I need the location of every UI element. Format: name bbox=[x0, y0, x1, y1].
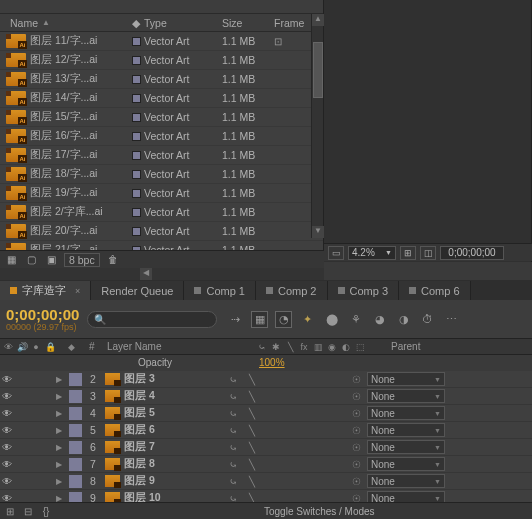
item-tag[interactable] bbox=[128, 132, 144, 141]
item-tag[interactable] bbox=[128, 75, 144, 84]
tab-comp-2[interactable]: Comp 2 bbox=[256, 281, 328, 300]
quality-switch[interactable]: ╲ bbox=[245, 424, 258, 436]
close-tab-icon[interactable]: × bbox=[75, 286, 80, 296]
tab-render-queue[interactable]: Render Queue bbox=[91, 281, 184, 300]
project-item-row[interactable]: Ai图层 17/字...aiVector Art1.1 MB bbox=[0, 146, 323, 165]
item-tag[interactable] bbox=[128, 208, 144, 217]
parent-dropdown[interactable]: None▼ bbox=[367, 474, 445, 488]
item-tag[interactable] bbox=[128, 113, 144, 122]
project-item-row[interactable]: Ai图层 2/字库...aiVector Art1.1 MB bbox=[0, 203, 323, 222]
layer-name[interactable]: 图层 5 bbox=[124, 406, 220, 420]
3d-sw-icon[interactable]: ⬚ bbox=[354, 341, 366, 353]
project-item-row[interactable]: Ai图层 11/字...aiVector Art1.1 MB⊡ bbox=[0, 32, 323, 51]
brackets-icon[interactable]: {} bbox=[38, 504, 54, 518]
layer-name[interactable]: 图层 9 bbox=[124, 474, 220, 488]
label-swatch[interactable] bbox=[69, 441, 82, 454]
pickwhip-icon[interactable]: ☉ bbox=[350, 390, 363, 403]
twirl-icon[interactable]: ▶ bbox=[56, 460, 66, 469]
item-tag[interactable] bbox=[128, 170, 144, 179]
quality-switch[interactable]: ╲ bbox=[245, 373, 258, 385]
new-folder-icon[interactable]: ▢ bbox=[24, 253, 38, 267]
scroll-left-arrow-icon[interactable]: ◀ bbox=[140, 268, 152, 280]
item-tag[interactable] bbox=[128, 189, 144, 198]
comp-mini-flowchart-icon[interactable]: ⇢ bbox=[227, 311, 244, 328]
video-col-icon[interactable]: 👁 bbox=[2, 341, 14, 353]
collapse-sw-icon[interactable]: ✱ bbox=[270, 341, 282, 353]
parent-dropdown[interactable]: None▼ bbox=[367, 457, 445, 471]
trash-icon[interactable]: 🗑 bbox=[106, 253, 120, 267]
visibility-toggle[interactable]: 👁 bbox=[0, 459, 14, 470]
pickwhip-icon[interactable]: ☉ bbox=[350, 407, 363, 420]
new-comp-icon[interactable]: ▣ bbox=[44, 253, 58, 267]
tab-comp-1[interactable]: Comp 1 bbox=[184, 281, 256, 300]
label-swatch[interactable] bbox=[69, 458, 82, 471]
visibility-toggle[interactable]: 👁 bbox=[0, 442, 14, 453]
project-item-row[interactable]: Ai图层 20/字...aiVector Art1.1 MB bbox=[0, 222, 323, 241]
layer-name[interactable]: 图层 7 bbox=[124, 440, 220, 454]
quality-switch[interactable]: ╲ bbox=[245, 407, 258, 419]
twirl-icon[interactable]: ▶ bbox=[56, 392, 66, 401]
mask-icon[interactable]: ◫ bbox=[420, 246, 436, 260]
draft-3d-icon[interactable]: ▦ bbox=[251, 311, 268, 328]
col-header-name[interactable]: Name▲ bbox=[6, 17, 128, 29]
timeline-layer-row[interactable]: 👁▶4图层 5⤿╲☉None▼ bbox=[0, 405, 532, 422]
adjust-sw-icon[interactable]: ◐ bbox=[340, 341, 352, 353]
layer-name[interactable]: 图层 4 bbox=[124, 389, 220, 403]
pickwhip-icon[interactable]: ☉ bbox=[350, 475, 363, 488]
fx-sw-icon[interactable]: fx bbox=[298, 341, 310, 353]
col-header-type[interactable]: Type bbox=[144, 17, 222, 29]
magnify-icon[interactable]: ▭ bbox=[328, 246, 344, 260]
pickwhip-icon[interactable]: ☉ bbox=[350, 458, 363, 471]
label-swatch[interactable] bbox=[69, 373, 82, 386]
quality-sw-icon[interactable]: ╲ bbox=[284, 341, 296, 353]
shy-switch[interactable]: ⤿ bbox=[226, 475, 239, 487]
frameblend-sw-icon[interactable]: ▥ bbox=[312, 341, 324, 353]
brainstorm-icon[interactable]: ⚘ bbox=[347, 311, 364, 328]
tab-字库造字[interactable]: 字库造字× bbox=[0, 281, 91, 300]
project-item-row[interactable]: Ai图层 13/字...aiVector Art1.1 MB bbox=[0, 70, 323, 89]
twirl-icon[interactable]: ▶ bbox=[56, 375, 66, 384]
motionblur-sw-icon[interactable]: ◉ bbox=[326, 341, 338, 353]
shy-icon[interactable]: ◔ bbox=[275, 311, 292, 328]
quality-switch[interactable]: ╲ bbox=[245, 475, 258, 487]
visibility-toggle[interactable]: 👁 bbox=[0, 391, 14, 402]
motion-blur-icon[interactable]: ⬤ bbox=[323, 311, 340, 328]
audio-col-icon[interactable]: 🔊 bbox=[16, 341, 28, 353]
timeline-layer-row[interactable]: 👁▶8图层 9⤿╲☉None▼ bbox=[0, 473, 532, 490]
item-tag[interactable] bbox=[128, 94, 144, 103]
frame-blend-icon[interactable]: ✦ bbox=[299, 311, 316, 328]
scrollbar-horizontal[interactable]: ◀ bbox=[0, 268, 324, 280]
scroll-up-arrow-icon[interactable]: ▲ bbox=[312, 14, 324, 26]
shy-switch[interactable]: ⤿ bbox=[226, 390, 239, 402]
label-swatch[interactable] bbox=[69, 424, 82, 437]
tab-comp-6[interactable]: Comp 6 bbox=[399, 281, 471, 300]
parent-dropdown[interactable]: None▼ bbox=[367, 372, 445, 386]
timeline-layer-row[interactable]: 👁▶2图层 3⤿╲☉None▼ bbox=[0, 371, 532, 388]
viewer-timecode[interactable]: 0;00;00;00 bbox=[440, 246, 504, 260]
shy-sw-icon[interactable]: ⤿ bbox=[256, 341, 268, 353]
timeline-layer-row[interactable]: 👁▶3图层 4⤿╲☉None▼ bbox=[0, 388, 532, 405]
toggle-switches-button[interactable]: Toggle Switches / Modes bbox=[264, 506, 375, 517]
item-tag[interactable] bbox=[128, 151, 144, 160]
shy-switch[interactable]: ⤿ bbox=[226, 441, 239, 453]
quality-switch[interactable]: ╲ bbox=[245, 458, 258, 470]
scroll-down-arrow-icon[interactable]: ▼ bbox=[312, 226, 324, 238]
col-header-tag[interactable]: ◆ bbox=[128, 17, 144, 29]
timeline-layer-row[interactable]: 👁▶5图层 6⤿╲☉None▼ bbox=[0, 422, 532, 439]
label-col-icon[interactable]: ◆ bbox=[65, 341, 77, 353]
current-timecode[interactable]: 0;00;00;00 bbox=[0, 307, 79, 322]
zoom-dropdown[interactable]: 4.2%▼ bbox=[348, 246, 396, 260]
parent-dropdown[interactable]: None▼ bbox=[367, 389, 445, 403]
solo-col-icon[interactable]: ● bbox=[30, 341, 42, 353]
twirl-icon[interactable]: ▶ bbox=[56, 443, 66, 452]
shy-switch[interactable]: ⤿ bbox=[226, 458, 239, 470]
timeline-search-input[interactable]: 🔍 bbox=[87, 311, 217, 328]
shy-switch[interactable]: ⤿ bbox=[226, 373, 239, 385]
parent-dropdown[interactable]: None▼ bbox=[367, 406, 445, 420]
project-item-row[interactable]: Ai图层 12/字...aiVector Art1.1 MB bbox=[0, 51, 323, 70]
item-tag[interactable] bbox=[128, 56, 144, 65]
composition-viewer[interactable] bbox=[324, 0, 532, 262]
expand-icon[interactable]: ⊟ bbox=[20, 504, 36, 518]
col-header-size[interactable]: Size bbox=[222, 17, 274, 29]
opacity-value[interactable]: 100% bbox=[259, 357, 285, 368]
